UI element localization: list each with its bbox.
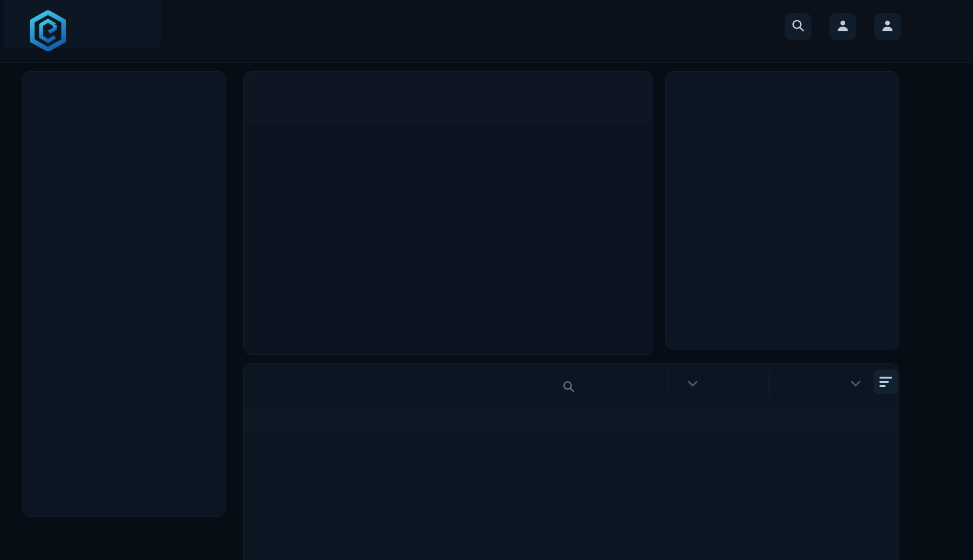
hex-shield-icon [29, 10, 67, 53]
heatmap-row-labels [270, 72, 299, 354]
header-separator [548, 370, 548, 396]
chevron-down-icon [851, 380, 860, 389]
search-icon [562, 380, 575, 395]
live-activity-panel [665, 71, 899, 350]
table-search-input[interactable] [562, 380, 582, 395]
nav-divider [0, 62, 973, 63]
user-button-2[interactable] [874, 13, 901, 40]
search-icon [791, 19, 805, 35]
reported-solved-chart-card [243, 71, 653, 355]
header-separator [769, 370, 770, 396]
dashboard-page [0, 0, 973, 560]
user-icon [880, 19, 895, 35]
chevron-down-icon [688, 380, 697, 389]
active-tab-underline [243, 57, 296, 60]
user-icon [836, 19, 850, 35]
vulnerability-table-card [243, 363, 899, 560]
sort-filter-button[interactable] [874, 370, 898, 394]
brand[interactable] [29, 10, 75, 53]
severity-filter-dropdown[interactable] [677, 380, 697, 389]
new-vulnerabilities-panel [22, 71, 226, 517]
table-header-row [244, 407, 899, 433]
activity-heatmap [327, 160, 639, 311]
user-button-1[interactable] [830, 13, 856, 40]
sort-lines-icon [879, 377, 892, 379]
status-filter-dropdown[interactable] [779, 380, 860, 389]
nav-logo-panel [4, 0, 161, 48]
chart-card-header [244, 72, 653, 122]
header-separator [668, 370, 668, 396]
search-button[interactable] [785, 13, 811, 40]
top-nav [0, 0, 973, 62]
